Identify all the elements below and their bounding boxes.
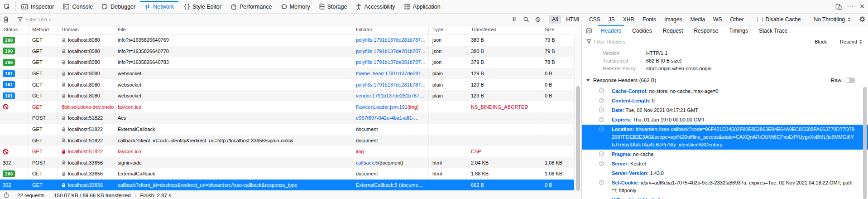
- tab-performance[interactable]: Performance: [226, 0, 277, 13]
- filter-ws[interactable]: WS: [710, 15, 725, 24]
- detail-tab-response[interactable]: Response: [688, 25, 724, 36]
- column-header-initiator[interactable]: Initiator: [352, 25, 429, 34]
- table-row[interactable]: 302GETlocalhost:33656callback?client_id=…: [0, 180, 574, 191]
- question-icon[interactable]: ?: [599, 117, 604, 122]
- table-row[interactable]: 101GETlocalhost:8080websocketpolyfills.1…: [0, 79, 574, 90]
- network-icon: [144, 4, 150, 10]
- table-row[interactable]: 200GETlocalhost:33656ExternalCallbackdoc…: [0, 168, 574, 180]
- request-blocking-button[interactable]: [532, 15, 544, 24]
- tab-memory[interactable]: Memory: [277, 0, 315, 13]
- detail-tab-cookies[interactable]: Cookies: [627, 25, 657, 36]
- cell-status: [0, 112, 29, 124]
- filter-css[interactable]: CSS: [586, 15, 604, 24]
- tab-style-editor[interactable]: {}Style Editor: [178, 0, 226, 13]
- search-icon: [523, 17, 529, 22]
- question-icon[interactable]: ?: [599, 88, 604, 93]
- scrollbar-thumb[interactable]: [863, 87, 867, 199]
- tab-accessibility[interactable]: Accessibility: [351, 0, 399, 13]
- throttling-select[interactable]: No Throttling: [809, 16, 856, 23]
- tab-network[interactable]: Network: [140, 0, 178, 13]
- header-row[interactable]: X-Rate-Limit-Limit: 1m: [582, 195, 868, 199]
- question-icon[interactable]: ?: [599, 107, 604, 112]
- column-header-transferred[interactable]: Transferred: [467, 25, 541, 34]
- header-row[interactable]: ?Cache-Control: no-store, no-cache, max-…: [582, 87, 868, 96]
- header-row[interactable]: ?Location: bitwarden://sso-callback?code…: [582, 125, 868, 150]
- network-settings-button[interactable]: [856, 15, 868, 24]
- filter-all[interactable]: All: [549, 15, 561, 24]
- detail-tab-stack-trace[interactable]: Stack Trace: [753, 25, 793, 36]
- header-row[interactable]: Server-Version: 1.43.0: [582, 169, 868, 178]
- question-icon[interactable]: ?: [599, 151, 604, 156]
- question-icon[interactable]: ?: [599, 98, 604, 103]
- cell-status: 101: [0, 68, 29, 79]
- cell-size: 1.08 KB: [541, 157, 574, 169]
- tab-inspector[interactable]: Inspector: [17, 0, 58, 13]
- detail-tab-headers[interactable]: Headers: [595, 25, 627, 36]
- tab-debugger[interactable]: Debugger: [97, 0, 140, 13]
- cell-method: GET: [29, 102, 58, 113]
- question-icon[interactable]: ?: [599, 180, 604, 185]
- table-row[interactable]: GETlocalhost:51822callback?client_id=oid…: [0, 135, 574, 146]
- tab-storage[interactable]: Storage: [315, 0, 352, 13]
- column-header-status[interactable]: Status: [0, 25, 29, 34]
- split-panel-toggle-button[interactable]: [582, 25, 595, 36]
- raw-toggle[interactable]: [844, 78, 855, 83]
- scrollbar-thumb[interactable]: [576, 86, 580, 191]
- header-row[interactable]: ?Date: Tue, 02 Nov 2021 04:17:21 GMT: [582, 106, 868, 115]
- filter-images[interactable]: Images: [661, 15, 685, 24]
- disable-cache-checkbox[interactable]: Disable Cache: [752, 16, 806, 23]
- table-row[interactable]: 101GETlocalhost:8080websocketvendor.1791…: [0, 90, 574, 102]
- request-list-scrollbar[interactable]: [574, 34, 581, 191]
- table-row[interactable]: 200GETlocalhost:8080info?t=1635826640783…: [0, 57, 574, 68]
- column-header-size[interactable]: Size: [541, 25, 574, 34]
- table-row[interactable]: 200GETlocalhost:8080info?t=1635826640769…: [0, 34, 574, 46]
- node-picker-button[interactable]: [0, 0, 14, 13]
- cell-file: websocket: [114, 68, 352, 79]
- column-header-type[interactable]: Type: [429, 25, 467, 34]
- table-row[interactable]: GET8bit-solutions-dev.onelogin.…favicon.…: [0, 102, 574, 113]
- devtools-menu-button[interactable]: ⋯: [844, 0, 856, 13]
- filter-media[interactable]: Media: [687, 15, 708, 24]
- column-header-file[interactable]: File: [114, 25, 352, 34]
- clear-requests-button[interactable]: [0, 15, 12, 24]
- filter-urls-input[interactable]: [25, 17, 508, 22]
- header-row[interactable]: ?Content-Length: 0: [582, 96, 868, 106]
- table-row[interactable]: GETlocalhost:51822favicon.icoimgCSP: [0, 146, 574, 157]
- block-button[interactable]: Block: [812, 39, 830, 44]
- close-devtools-button[interactable]: ×: [856, 0, 868, 13]
- pause-traffic-button[interactable]: [508, 15, 520, 24]
- network-status-bar: 22 requests 150.07 KB / 89.66 KB transfe…: [0, 191, 581, 199]
- filter-fonts[interactable]: Fonts: [639, 15, 659, 24]
- question-icon[interactable]: ?: [599, 161, 604, 166]
- header-row[interactable]: ?Expires: Thu, 01 Jan 1970 00:00:00 GMT: [582, 115, 868, 125]
- headers-summary: VersionHTTP/1.1Transferred662 B (0 B siz…: [582, 48, 868, 73]
- column-header-domain[interactable]: Domain: [58, 25, 114, 34]
- filter-headers-input[interactable]: [594, 39, 809, 44]
- table-row[interactable]: POSTlocalhost:51822Acse957f897-042e-4ba1…: [0, 112, 574, 124]
- detail-tab-timings[interactable]: Timings: [724, 25, 753, 36]
- header-row[interactable]: ?Pragma: no-cache: [582, 150, 868, 159]
- column-header-method[interactable]: Method: [29, 25, 58, 34]
- search-button[interactable]: [520, 15, 532, 24]
- question-icon[interactable]: ?: [599, 126, 604, 131]
- table-row[interactable]: 200GETlocalhost:8080info?t=1635826640770…: [0, 46, 574, 57]
- detail-pane-scrollbar[interactable]: [862, 48, 868, 199]
- blocked-icon: [3, 104, 9, 110]
- header-row[interactable]: ?Server: Kestrel: [582, 159, 868, 169]
- table-row[interactable]: 302POSTlocalhost:33656signin-oidccallbac…: [0, 157, 574, 169]
- responsive-design-button[interactable]: [833, 0, 844, 13]
- filter-js[interactable]: JS: [605, 15, 618, 24]
- detail-tab-request[interactable]: Request: [657, 25, 689, 36]
- filter-other[interactable]: Other: [727, 15, 747, 24]
- filter-xhr[interactable]: XHR: [620, 15, 638, 24]
- table-row[interactable]: GETlocalhost:51822ExternalCallbackdocume…: [0, 124, 574, 135]
- tab-console[interactable]: Console: [58, 0, 97, 13]
- table-row[interactable]: 101GETlocalhost:8080websockettheme_head.…: [0, 68, 574, 79]
- tab-application[interactable]: Application: [400, 0, 445, 13]
- header-name: Set-Cookie:: [612, 180, 639, 185]
- response-headers-section[interactable]: Response Headers (662 B) Raw: [582, 75, 868, 85]
- resend-button[interactable]: Resend: [837, 39, 865, 44]
- header-row[interactable]: ?Set-Cookie: idsrv=adf6cba1-7075-402b-9e…: [582, 178, 868, 195]
- filter-html[interactable]: HTML: [563, 15, 584, 24]
- gear-icon: [859, 16, 865, 22]
